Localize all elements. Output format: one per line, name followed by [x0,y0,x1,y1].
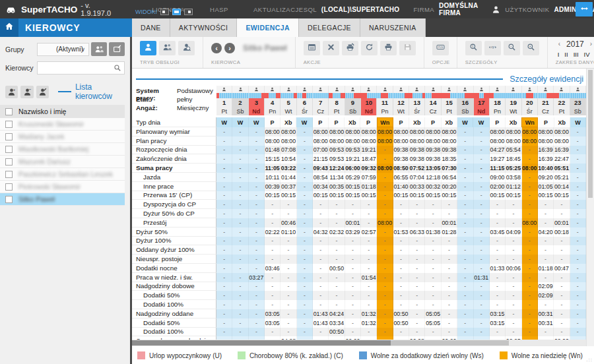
day-column-header[interactable]: 17Nd [474,86,490,115]
driver-row[interactable]: Mazurek Dariusz [0,156,125,168]
home-button[interactable] [0,18,18,37]
view-split-icon[interactable] [172,9,181,15]
day-column-header[interactable]: 23Sb [570,86,586,115]
printer-edit-button[interactable] [342,41,358,55]
table-cell: 08:00 [345,127,361,136]
hscroll-thumb[interactable] [132,340,391,346]
zoom-xy-button[interactable]: xy [484,41,501,55]
day-column-header[interactable]: 21Cz [538,86,554,115]
driver-row[interactable]: Sitko Paweł [0,193,125,206]
day-column-header[interactable]: 9Sb [345,86,361,115]
driver-checkbox[interactable] [5,121,13,128]
day-column-header[interactable]: 4Pn [265,86,280,115]
expand-panel-button[interactable] [576,2,593,16]
view-left-icon[interactable] [160,9,169,15]
driver-search-input[interactable] [37,61,125,75]
view-right-icon[interactable] [184,9,193,15]
people-button[interactable] [159,41,176,55]
close-x-button[interactable] [323,41,339,55]
menu-hasp[interactable]: HASP [210,6,228,13]
table-cell: 08:00 [361,136,377,146]
day-column-header[interactable]: 15Pt [442,86,457,115]
driver-checkbox[interactable] [5,133,13,140]
month-II[interactable]: II [562,50,570,59]
table-cell: - [554,237,570,246]
day-number: 10 [361,98,377,107]
driver-checkbox[interactable] [5,196,13,203]
tab-ewidencja[interactable]: EWIDENCJA [237,18,299,37]
form-button[interactable] [304,41,320,55]
day-column-header[interactable]: 1Pt [216,86,232,115]
table-cell: - [457,173,473,182]
vertical-scrollbar[interactable] [586,69,594,346]
grupy-select[interactable]: (Aktywni) ∨ [37,43,89,56]
horizontal-scrollbar[interactable] [132,340,586,346]
tab-delegacje[interactable]: DELEGACJE [299,18,360,37]
table-cell: - [409,264,425,273]
driver-row[interactable]: Paszkiewicz Sebastian Leszek [0,168,125,181]
table-cell: - [265,291,280,300]
printer-button[interactable] [380,41,397,55]
driver-checkbox[interactable] [5,158,13,166]
zoom-out-button[interactable]: − [504,41,520,55]
edit-driver-button[interactable] [36,86,49,98]
next-year-button[interactable]: › [590,40,592,47]
month-IV[interactable]: IV [582,50,592,59]
table-cell: - [216,237,232,246]
day-column-header[interactable]: 16Sb [457,86,473,115]
day-column-header[interactable]: 22Pt [554,86,570,115]
day-column-header[interactable]: 10Nd [361,86,377,115]
groups-button[interactable] [91,42,107,56]
tab-aktywności[interactable]: AKTYWNOŚCI [170,18,238,37]
person-button[interactable] [140,41,156,55]
vscroll-thumb[interactable] [588,70,593,198]
day-column-header[interactable]: 13Śr [409,86,425,115]
refresh-button[interactable] [361,41,378,55]
month-III[interactable]: III [572,50,581,59]
day-column-header[interactable]: 5Wt [280,86,296,115]
select-all-checkbox[interactable] [5,108,13,115]
pln-button[interactable]: PLN [432,41,449,55]
zoom-1-button[interactable]: 1 [465,41,482,55]
table-cell: - [570,209,586,218]
table-cell: - [474,164,490,173]
day-column-header[interactable]: 3Nd [249,86,265,115]
tab-dane[interactable]: DANE [132,18,170,37]
table-cell: - [297,173,313,182]
day-number: 7 [313,98,329,107]
month-I[interactable]: I [556,50,562,59]
day-column-header[interactable]: 12Wt [393,86,409,115]
driver-row[interactable]: Kruszewski Sławomir [0,118,125,131]
prev-year-button[interactable]: ‹ [558,40,560,47]
day-column-header[interactable]: 18Pn [490,86,506,115]
next-driver-button[interactable]: › [224,43,235,53]
remove-driver-button[interactable]: − [20,86,33,98]
driver-checkbox[interactable] [5,171,13,178]
driver-row[interactable]: Piotrowski Sławomir [0,181,125,193]
day-column-header[interactable]: 20Śr [522,86,538,115]
driver-checkbox[interactable] [5,183,13,191]
save-button[interactable] [399,41,416,55]
driver-row[interactable]: Miastkowski Bartłomiej [0,143,125,156]
table-cell: - [393,300,409,309]
table-cell: 00:15 [313,191,329,200]
day-column-header[interactable]: 11Pn [377,86,393,115]
menu-aktualizacje[interactable]: AKTUALIZACJE [253,6,304,13]
day-column-header[interactable]: 14Cz [425,86,441,115]
prev-driver-button[interactable]: ‹ [211,43,222,53]
zoom-in-button[interactable]: + [523,41,539,55]
person-search-button[interactable] [178,41,195,55]
day-column-header[interactable]: 8Pt [329,86,345,115]
day-column-header[interactable]: 19Wt [506,86,521,115]
tab-naruszenia[interactable]: NARUSZENIA [360,18,426,37]
edit-group-button[interactable] [109,42,125,56]
table-cell: - [249,300,265,309]
day-column-header[interactable]: 6Śr [297,86,313,115]
driver-checkbox[interactable] [5,146,13,153]
day-column-header[interactable]: 2Sb [232,86,248,115]
day-column-header[interactable]: 7Cz [313,86,329,115]
activity-strip [297,93,313,98]
add-driver-button[interactable]: + [5,86,18,98]
resize-grip[interactable]: .:: [586,357,593,363]
driver-row[interactable]: Maślany Jacek [0,131,125,143]
